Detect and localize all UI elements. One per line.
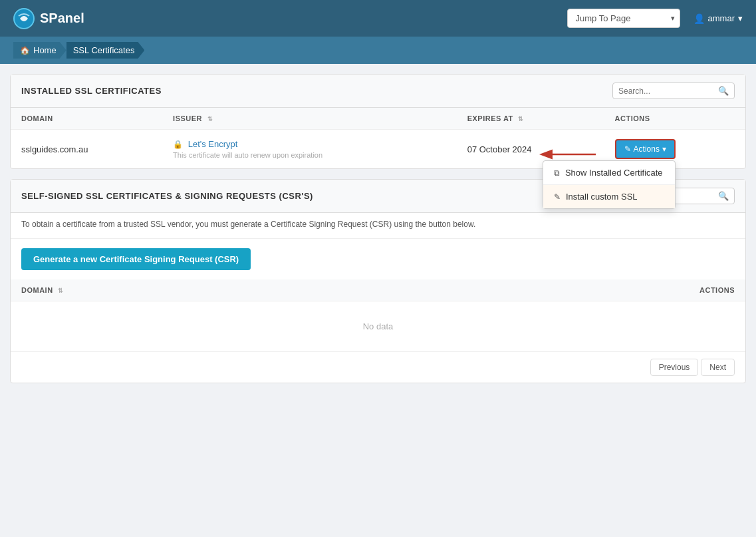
issuer-name: Let's Encrypt: [188, 139, 238, 149]
col-actions: ACTIONS: [604, 108, 745, 130]
actions-dropdown-wrapper: ✎ Actions ▾ ⧉ Show Installed Certificate: [615, 139, 676, 159]
generate-csr-button[interactable]: Generate a new Certificate Signing Reque…: [21, 248, 251, 270]
home-icon: 🏠: [20, 46, 30, 55]
header: SPanel Jump To Page ▾ 👤 ammar ▾: [0, 0, 756, 37]
dropdown-show-installed[interactable]: ⧉ Show Installed Certificate: [543, 161, 675, 185]
breadcrumb-ssl[interactable]: SSL Certificates: [66, 42, 145, 59]
col-domain: DOMAIN: [11, 108, 162, 130]
selfsigned-table-header-row: DOMAIN ⇅ ACTIONS: [11, 279, 745, 301]
installed-section-header: INSTALLED SSL CERTIFICATES 🔍: [11, 75, 745, 108]
user-icon: 👤: [693, 13, 705, 24]
actions-dropdown-menu: ⧉ Show Installed Certificate ✎ Install c…: [543, 160, 676, 209]
breadcrumb-home[interactable]: 🏠 Home: [13, 42, 66, 59]
copy-icon: ⧉: [554, 168, 560, 178]
install-edit-icon: ✎: [554, 192, 561, 202]
actions-button[interactable]: ✎ Actions ▾: [615, 139, 676, 159]
installed-search-input[interactable]: [618, 87, 718, 96]
logo-text: SPanel: [40, 11, 84, 26]
installed-section-title: INSTALLED SSL CERTIFICATES: [21, 86, 162, 96]
selfsigned-table: DOMAIN ⇅ ACTIONS No data: [11, 279, 745, 351]
user-menu[interactable]: 👤 ammar ▾: [693, 13, 743, 24]
logo-icon: [13, 8, 35, 29]
user-dropdown-arrow: ▾: [738, 13, 743, 23]
selfsigned-ssl-section: SELF-SIGNED SSL CERTIFICATES & SIGNING R…: [10, 179, 746, 383]
installed-ssl-section: INSTALLED SSL CERTIFICATES 🔍 DOMAIN ISSU…: [10, 74, 746, 169]
installed-table: DOMAIN ISSUER ⇅ EXPIRES AT ⇅ ACTIONS: [11, 108, 745, 168]
user-name: ammar: [708, 13, 735, 23]
expires-sort-icon: ⇅: [518, 116, 524, 122]
installed-table-container: DOMAIN ISSUER ⇅ EXPIRES AT ⇅ ACTIONS: [11, 108, 745, 168]
edit-icon: ✎: [624, 144, 631, 154]
previous-button[interactable]: Previous: [650, 359, 699, 376]
selfsigned-col-domain: DOMAIN ⇅: [11, 279, 400, 301]
issuer-sort-icon: ⇅: [207, 116, 213, 122]
selfsigned-section-title: SELF-SIGNED SSL CERTIFICATES & SIGNING R…: [21, 191, 313, 201]
show-installed-label: Show Installed Certificate: [565, 168, 663, 178]
dropdown-install-custom[interactable]: ✎ Install custom SSL: [543, 185, 675, 208]
actions-chevron-icon: ▾: [662, 144, 666, 154]
main-content: INSTALLED SSL CERTIFICATES 🔍 DOMAIN ISSU…: [0, 74, 756, 383]
row-issuer: 🔒 Let's Encrypt This certificate will au…: [162, 130, 457, 169]
next-button[interactable]: Next: [701, 359, 735, 376]
jump-to-page-wrapper[interactable]: Jump To Page ▾: [567, 9, 680, 28]
table-row: sslguides.com.au 🔒 Let's Encrypt This ce…: [11, 130, 745, 169]
no-data-cell: No data: [11, 301, 745, 352]
selfsigned-description: To obtain a certificate from a trusted S…: [11, 213, 745, 239]
col-expires: EXPIRES AT ⇅: [457, 108, 604, 130]
breadcrumb: 🏠 Home SSL Certificates: [0, 37, 756, 64]
logo: SPanel: [13, 8, 84, 29]
installed-search-box[interactable]: 🔍: [612, 83, 735, 99]
install-custom-label: Install custom SSL: [566, 192, 638, 202]
pagination: Previous Next: [11, 351, 745, 383]
auto-renew-text: This certificate will auto renew upon ex…: [173, 151, 446, 159]
installed-table-header-row: DOMAIN ISSUER ⇅ EXPIRES AT ⇅ ACTIONS: [11, 108, 745, 130]
col-issuer: ISSUER ⇅: [162, 108, 457, 130]
lock-icon: 🔒: [173, 140, 183, 149]
breadcrumb-home-label: Home: [33, 45, 57, 55]
selfsigned-col-actions: ACTIONS: [400, 279, 745, 301]
jump-to-page-select[interactable]: Jump To Page: [567, 9, 680, 28]
issuer-name-wrapper: 🔒 Let's Encrypt: [173, 139, 446, 149]
installed-search-icon: 🔍: [718, 86, 729, 96]
row-actions: ✎ Actions ▾ ⧉ Show Installed Certificate: [604, 130, 745, 169]
selfsigned-search-icon: 🔍: [718, 191, 729, 201]
breadcrumb-ssl-label: SSL Certificates: [73, 45, 135, 55]
row-domain: sslguides.com.au: [11, 130, 162, 169]
header-right: Jump To Page ▾ 👤 ammar ▾: [567, 9, 743, 28]
selfsigned-sort-icon: ⇅: [58, 287, 64, 294]
no-data-row: No data: [11, 301, 745, 352]
actions-label: Actions: [634, 144, 660, 154]
